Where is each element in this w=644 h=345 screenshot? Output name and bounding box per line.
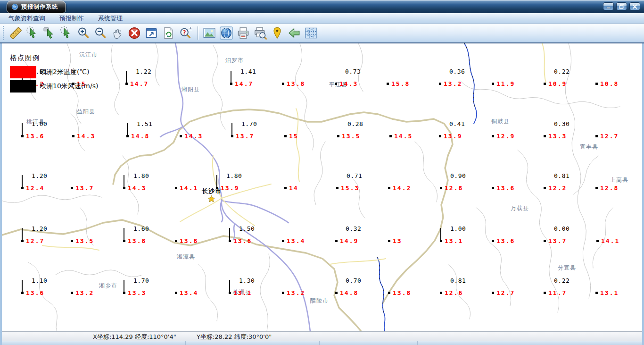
locate-pin-button[interactable] <box>269 25 285 41</box>
close-button[interactable] <box>629 2 640 10</box>
grid-map-button[interactable] <box>303 25 319 41</box>
minimize-button[interactable] <box>603 2 614 10</box>
station-dot <box>71 240 73 242</box>
menu-forecast-production[interactable]: 预报制作 <box>56 13 88 24</box>
temperature-value: 14.8 <box>131 133 149 140</box>
map-canvas[interactable]: 沅江市汨罗市湘阴县平江县益阳县桃江县铜鼓县宜丰县上高县万载县湘潭县湘乡市株洲县醴… <box>2 43 642 331</box>
menu-bar: 气象资料查询 预报制作 系统管理 <box>0 13 644 24</box>
station-dot <box>596 240 599 242</box>
window-title-tab[interactable]: 预报制作系统 <box>7 0 66 13</box>
temperature-value: 13 <box>393 237 402 244</box>
station-dot <box>336 187 339 189</box>
measure-ruler-icon <box>8 26 23 40</box>
station-dot <box>337 135 339 137</box>
temperature-value: 15 <box>289 133 298 140</box>
pan-hand-button[interactable] <box>109 25 125 41</box>
legend-swatch-windspeed <box>10 80 36 93</box>
strip-divider <box>185 341 186 345</box>
station-dot <box>492 83 494 85</box>
full-extent-globe-button[interactable] <box>218 25 234 41</box>
select-lasso-button[interactable] <box>58 25 74 41</box>
export-image-button[interactable] <box>201 25 217 41</box>
select-pointer-icon <box>25 26 40 40</box>
station-dot <box>492 135 494 137</box>
station-dot <box>544 240 546 242</box>
wind-barb <box>216 175 217 187</box>
temperature-value: 13.9 <box>221 185 239 192</box>
wind-barb <box>124 175 124 187</box>
temperature-value: 13.6 <box>26 289 44 296</box>
wind-speed-value: 0.71 <box>347 172 362 179</box>
wind-speed-value: 0.00 <box>554 225 570 232</box>
wind-barb <box>22 228 23 240</box>
toolbar: ? ± <box>0 24 644 43</box>
menu-weather-data-query[interactable]: 气象资料查询 <box>5 13 49 24</box>
title-bar[interactable]: 预报制作系统 <box>0 0 644 13</box>
temperature-value: 12.4 <box>26 185 44 192</box>
print-preview-button[interactable] <box>252 25 268 41</box>
temperature-value: 12.7 <box>26 237 44 244</box>
temperature-value: 14.1 <box>601 237 619 244</box>
wind-speed-value: 1.70 <box>241 120 257 127</box>
station-dot <box>595 83 598 85</box>
zoom-out-button[interactable] <box>92 25 108 41</box>
temperature-value: 13.6 <box>233 237 252 244</box>
temperature-value: 13.7 <box>75 185 94 192</box>
station-dot <box>492 240 494 242</box>
temperature-value: 14.3 <box>339 80 358 87</box>
station-dot <box>387 83 389 85</box>
wind-speed-value: 0.73 <box>345 68 361 75</box>
wind-speed-value: 1.41 <box>240 68 256 75</box>
station-dot <box>388 187 390 189</box>
temperature-value: 12.8 <box>600 185 619 192</box>
place-label: 湘阴县 <box>182 85 200 93</box>
wind-speed-value: 1.50 <box>239 225 255 232</box>
station-dot <box>284 187 287 189</box>
window-bottom-edge <box>2 341 642 345</box>
temperature-value: 13.6 <box>496 185 515 192</box>
temperature-value: 14.7 <box>235 80 253 87</box>
status-x-coordinate: X坐标:114.29 经度:110°0'4" <box>93 333 176 341</box>
temperature-value: 14.2 <box>393 185 411 192</box>
wind-speed-value: 0.41 <box>449 120 465 127</box>
legend-label-windspeed: 欧洲10米风速(m/s) <box>40 82 98 91</box>
station-dot <box>71 187 73 189</box>
stop-cancel-button[interactable] <box>126 25 142 41</box>
temperature-value: 13.2 <box>75 289 94 296</box>
measure-ruler-button[interactable] <box>8 25 24 41</box>
temperature-value: 14.3 <box>184 133 203 140</box>
menu-system-management[interactable]: 系统管理 <box>94 13 126 24</box>
select-lasso-icon <box>59 26 74 40</box>
select-rect-icon <box>42 26 57 40</box>
select-pointer-button[interactable] <box>25 25 41 41</box>
toolbar-grip[interactable] <box>3 26 5 40</box>
refresh-layers-button[interactable] <box>160 25 176 41</box>
strip-divider <box>417 341 418 345</box>
wind-barb <box>229 228 230 240</box>
place-label: 醴陵市 <box>310 297 329 305</box>
back-extent-button[interactable] <box>286 25 302 41</box>
station-dot <box>388 292 390 294</box>
city-star-icon <box>207 195 215 203</box>
print-button[interactable] <box>235 25 251 41</box>
place-label: 上高县 <box>610 176 628 184</box>
select-rect-button[interactable] <box>41 25 58 41</box>
refresh-layers-icon <box>161 26 175 40</box>
zoom-query-button[interactable]: ? ± <box>177 25 193 41</box>
restore-button[interactable] <box>616 2 627 10</box>
temperature-value: 13.1 <box>600 289 619 296</box>
restore-icon <box>619 4 625 9</box>
wind-speed-value: 1.00 <box>32 120 47 127</box>
status-y-coordinate: Y坐标:28.22 纬度:30°0'0" <box>197 333 272 341</box>
zoom-in-button[interactable] <box>75 25 91 41</box>
station-dot <box>71 292 73 294</box>
wind-barb <box>22 280 23 292</box>
temperature-value: 13.2 <box>287 289 305 296</box>
wind-barb <box>231 71 231 83</box>
new-window-button[interactable] <box>143 25 159 41</box>
temperature-value: 12.2 <box>548 185 567 192</box>
station-dot <box>175 187 177 189</box>
station-dot <box>284 135 287 137</box>
strip-divider <box>319 341 320 345</box>
temperature-value: 13.1 <box>445 237 463 244</box>
